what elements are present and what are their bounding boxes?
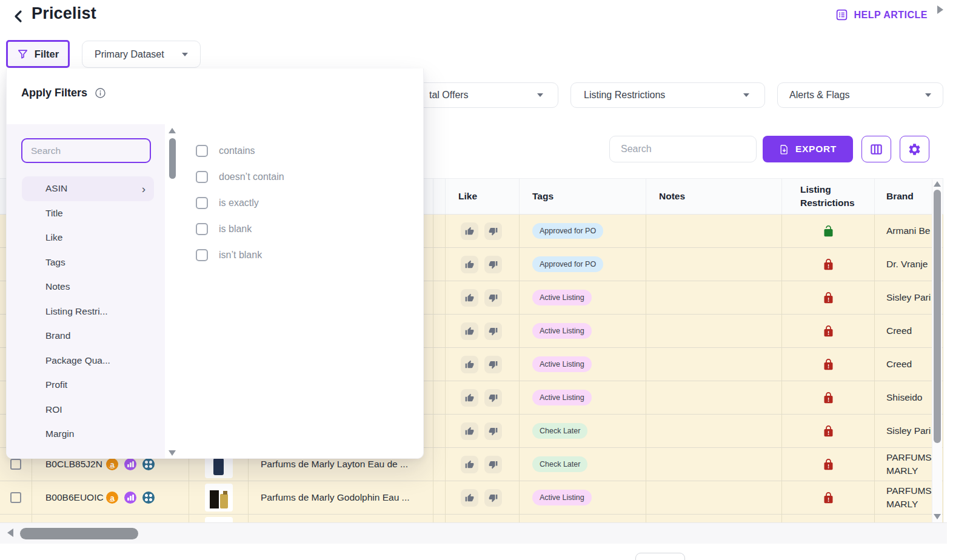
tag-badge[interactable]: Active Listing bbox=[532, 356, 592, 372]
filter-field-item[interactable]: ROI › bbox=[7, 398, 165, 422]
columns-settings-button[interactable] bbox=[861, 136, 891, 162]
scroll-right-icon[interactable] bbox=[937, 5, 943, 14]
thumbs-up-button[interactable] bbox=[461, 389, 478, 407]
tag-badge[interactable]: Approved for PO bbox=[532, 256, 603, 272]
thumbs-up-button[interactable] bbox=[461, 289, 478, 307]
notes-cell[interactable] bbox=[646, 215, 782, 247]
pagination-control-partial[interactable] bbox=[635, 553, 685, 560]
thumbs-down-button[interactable] bbox=[484, 422, 502, 440]
amazon-marketplace-icon[interactable]: a bbox=[106, 492, 118, 504]
filter-field-item[interactable]: Listing Restri... › bbox=[7, 299, 165, 324]
scroll-up-icon[interactable] bbox=[934, 181, 941, 187]
operator-checkbox[interactable] bbox=[196, 145, 208, 157]
notes-cell[interactable] bbox=[646, 248, 782, 281]
operator-option[interactable]: doesn’t contain bbox=[196, 164, 284, 190]
thumbs-down-button[interactable] bbox=[484, 222, 502, 240]
product-image[interactable] bbox=[205, 484, 233, 512]
operator-option[interactable]: isn’t blank bbox=[196, 242, 284, 268]
scroll-left-icon[interactable] bbox=[7, 528, 13, 537]
scrollbar-thumb[interactable] bbox=[934, 190, 941, 443]
selleramp-pinwheel-icon[interactable] bbox=[142, 458, 155, 470]
thumbs-down-button[interactable] bbox=[484, 289, 502, 307]
row-checkbox[interactable] bbox=[10, 492, 21, 503]
keepa-chart-icon[interactable] bbox=[124, 458, 136, 470]
filter-field-item[interactable]: Profit › bbox=[7, 373, 165, 398]
alerts-flags-dropdown[interactable]: Alerts & Flags bbox=[777, 82, 943, 108]
product-title[interactable]: Parfums de Marly Layton Eau de ... bbox=[249, 459, 408, 470]
product-image[interactable] bbox=[205, 517, 233, 522]
back-button[interactable] bbox=[10, 7, 28, 25]
header-tags[interactable]: Tags bbox=[520, 179, 646, 214]
tag-badge[interactable]: Active Listing bbox=[532, 323, 592, 339]
notes-cell[interactable] bbox=[646, 515, 782, 522]
filter-field-item[interactable]: Like › bbox=[7, 225, 165, 250]
thumbs-up-button[interactable] bbox=[461, 222, 478, 240]
thumbs-down-button[interactable] bbox=[484, 489, 502, 507]
notes-cell[interactable] bbox=[646, 481, 782, 514]
thumbs-down-button[interactable] bbox=[484, 322, 502, 340]
product-title[interactable]: Parfums de Marly Godolphin Eau ... bbox=[249, 492, 410, 503]
table-settings-button[interactable] bbox=[900, 136, 929, 162]
listing-restrictions-dropdown[interactable]: Listing Restrictions bbox=[570, 82, 765, 108]
notes-cell[interactable] bbox=[646, 315, 782, 347]
scroll-down-icon[interactable] bbox=[169, 450, 176, 456]
filter-field-item[interactable]: Brand › bbox=[7, 324, 165, 348]
filter-field-item[interactable]: Package Qua... › bbox=[7, 348, 165, 373]
operator-option[interactable]: contains bbox=[196, 138, 284, 164]
total-offers-dropdown[interactable]: tal Offers bbox=[400, 82, 558, 108]
info-icon[interactable] bbox=[95, 87, 106, 99]
tag-badge[interactable]: Active Listing bbox=[532, 290, 592, 305]
export-button[interactable]: EXPORT bbox=[763, 136, 853, 162]
selleramp-pinwheel-icon[interactable] bbox=[142, 492, 155, 504]
amazon-marketplace-icon[interactable]: a bbox=[106, 458, 118, 470]
scrollbar-thumb[interactable] bbox=[169, 138, 176, 179]
thumbs-up-button[interactable] bbox=[461, 256, 478, 273]
notes-cell[interactable] bbox=[646, 381, 782, 414]
operator-option[interactable]: is exactly bbox=[196, 190, 284, 216]
thumbs-up-button[interactable] bbox=[461, 422, 478, 440]
help-article-link[interactable]: HELP ARTICLE bbox=[835, 8, 928, 21]
table-horizontal-scrollbar[interactable] bbox=[0, 522, 947, 544]
notes-cell[interactable] bbox=[646, 448, 782, 481]
thumbs-up-button[interactable] bbox=[461, 356, 478, 373]
header-notes[interactable]: Notes bbox=[646, 179, 782, 214]
thumbs-down-button[interactable] bbox=[484, 456, 502, 473]
notes-cell[interactable] bbox=[646, 348, 782, 381]
filter-field-item[interactable]: Margin › bbox=[7, 422, 165, 447]
thumbs-down-button[interactable] bbox=[484, 256, 502, 273]
header-like[interactable]: Like bbox=[446, 179, 520, 214]
scrollbar-thumb[interactable] bbox=[20, 528, 138, 539]
operator-checkbox[interactable] bbox=[196, 171, 208, 183]
tag-badge[interactable]: Active Listing bbox=[532, 390, 592, 405]
operator-checkbox[interactable] bbox=[196, 249, 208, 261]
filter-field-item[interactable]: Title › bbox=[7, 201, 165, 226]
table-search-input[interactable] bbox=[609, 136, 757, 162]
notes-cell[interactable] bbox=[646, 415, 782, 447]
row-checkbox[interactable] bbox=[10, 459, 21, 470]
filter-button[interactable]: Filter bbox=[6, 40, 70, 68]
operator-checkbox[interactable] bbox=[196, 223, 208, 235]
thumbs-down-button[interactable] bbox=[484, 389, 502, 407]
thumbs-up-button[interactable] bbox=[461, 489, 478, 507]
filter-panel-scrollbar[interactable] bbox=[169, 124, 177, 458]
operator-checkbox[interactable] bbox=[196, 197, 208, 209]
dataset-select[interactable]: Primary Dataset bbox=[82, 41, 201, 68]
thumbs-up-button[interactable] bbox=[461, 456, 478, 473]
tag-badge[interactable]: Check Later bbox=[532, 456, 587, 472]
filter-field-item[interactable]: ASIN › bbox=[22, 176, 154, 201]
scroll-up-icon[interactable] bbox=[169, 128, 176, 133]
table-vertical-scrollbar[interactable] bbox=[932, 179, 942, 522]
filter-field-item[interactable]: Notes › bbox=[7, 275, 165, 299]
thumbs-up-button[interactable] bbox=[461, 322, 478, 340]
filter-field-search-input[interactable] bbox=[21, 138, 151, 163]
tag-badge[interactable]: Check Later bbox=[532, 423, 587, 439]
operator-option[interactable]: is blank bbox=[196, 216, 284, 242]
keepa-chart-icon[interactable] bbox=[124, 492, 136, 504]
notes-cell[interactable] bbox=[646, 281, 782, 314]
tag-badge[interactable]: Active Listing bbox=[532, 490, 592, 505]
scroll-down-icon[interactable] bbox=[934, 514, 941, 519]
thumbs-down-button[interactable] bbox=[484, 356, 502, 373]
header-listing-restrictions[interactable]: Listing Restrictions bbox=[782, 179, 875, 214]
filter-field-item[interactable]: Tags › bbox=[7, 250, 165, 275]
tag-badge[interactable]: Approved for PO bbox=[532, 223, 603, 239]
